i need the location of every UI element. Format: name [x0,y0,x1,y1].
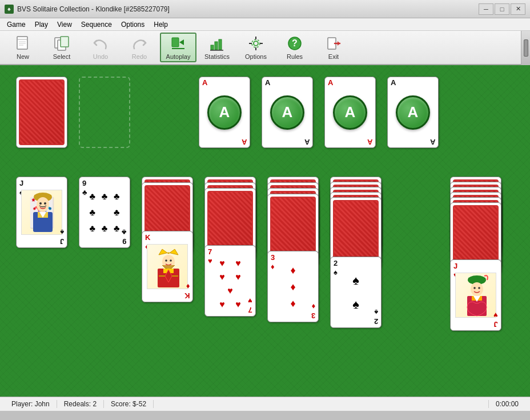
svg-point-28 [37,197,49,212]
autoplay-label: Autoplay [166,53,191,60]
svg-point-44 [471,282,483,296]
toolbar-undo-button[interactable]: Undo [82,33,119,62]
stock-pile[interactable] [16,77,67,148]
menu-game[interactable]: Game [2,19,30,30]
options-label: Options [245,53,267,60]
svg-rect-12 [215,42,218,50]
tableau-col3-king[interactable]: K♦ K♦ [142,231,193,302]
statistics-icon [208,35,226,52]
svg-rect-7 [61,37,69,47]
waste-pile[interactable] [79,77,130,148]
title-bar: ♠ BVS Solitaire Collection - Klondike [#… [0,0,530,18]
foundation-4[interactable]: A A A [387,77,439,148]
svg-point-15 [254,41,258,46]
foundation-4-badge: A [396,95,430,130]
tableau-col1-card1[interactable]: J♠ 🃏 J♠ [16,177,67,248]
app-icon: ♠ [5,5,14,14]
tableau-col2-card1[interactable]: 9♣ ♣ ♣ ♣ ♣ ♣ ♣ ♣ ♣ 9♣ [79,177,130,248]
options-icon [247,35,265,52]
svg-point-46 [478,287,480,289]
svg-rect-43 [468,278,485,281]
toolbar-options-button[interactable]: Options [238,33,274,62]
foundation-1[interactable]: A A A [199,77,250,148]
foundation-3[interactable]: A A A [324,77,376,148]
toolbar-rules-button[interactable]: ? Rules [276,33,313,62]
new-icon [14,35,32,52]
autoplay-icon [169,35,187,52]
svg-point-29 [39,202,42,205]
svg-rect-8 [172,38,179,47]
menu-help[interactable]: Help [149,19,172,30]
statistics-label: Statistics [204,53,230,60]
tableau-col4-seven[interactable]: 7♥ ♥ ♥ ♥ ♥ ♥ ♥ ♥ 7♥ [204,245,256,317]
rules-icon: ? [286,35,304,52]
toolbar-select-button[interactable]: Select [43,33,80,62]
exit-label: Exit [328,53,339,60]
menu-play[interactable]: Play [30,19,53,30]
svg-rect-11 [211,45,214,50]
window-controls: ─ □ ✕ [479,3,525,15]
scroll-thumb [524,39,528,57]
svg-marker-34 [159,249,178,255]
exit-icon [324,35,343,52]
status-time: 0:00:00 [488,400,525,408]
foundation-3-badge: A [333,95,367,130]
foundation-2[interactable]: A A A [262,77,313,148]
undo-icon [91,35,110,52]
svg-point-45 [473,287,476,289]
toolbar-redo-button[interactable]: Redo [121,33,158,62]
status-bar: Player: John Redeals: 2 Score: $-52 0:00… [0,397,530,411]
select-icon [53,35,71,52]
tableau-col6-two[interactable]: 2♠ ♠ ♠ 2♠ [330,257,382,328]
status-redeals: Redeals: 2 [57,400,104,408]
undo-label: Undo [93,53,108,60]
tableau-col5-three[interactable]: 3♦ ♦ ♦ ♦ 3♦ [267,251,319,322]
status-player: Player: John [5,400,57,408]
redo-icon [130,35,148,52]
svg-rect-13 [219,39,222,50]
toolbar-autoplay-button[interactable]: Autoplay [160,33,196,62]
close-button[interactable]: ✕ [511,3,525,15]
svg-point-36 [165,259,167,262]
toolbar-statistics-button[interactable]: Statistics [199,33,235,62]
select-label: Select [53,53,71,60]
menu-sequence[interactable]: Sequence [77,19,117,30]
toolbar-scroll[interactable] [521,31,530,65]
svg-marker-25 [338,41,340,46]
game-area[interactable]: A A A A A A A A A A A A J♠ 🃏 [0,65,530,397]
svg-rect-0 [17,37,27,49]
redo-label: Redo [132,53,147,60]
svg-point-30 [44,202,46,205]
menu-view[interactable]: View [53,19,77,30]
toolbar-new-button[interactable]: New [5,33,41,62]
minimize-button[interactable]: ─ [479,3,493,15]
foundation-1-badge: A [207,95,242,130]
foundation-2-badge: A [270,95,304,130]
toolbar: New Select Undo Redo [0,31,530,65]
new-label: New [17,53,29,60]
svg-point-37 [170,259,172,262]
menu-bar: Game Play View Sequence Options Help [0,18,530,31]
status-score: Score: $-52 [104,400,154,408]
tableau-col7-jack[interactable]: J♥ J♥ [450,259,501,331]
maximize-button[interactable]: □ [495,3,509,15]
menu-options[interactable]: Options [117,19,149,30]
toolbar-exit-button[interactable]: Exit [315,33,352,62]
svg-marker-9 [179,39,184,45]
rules-label: Rules [287,53,303,60]
svg-text:?: ? [292,38,298,48]
title-text: BVS Solitaire Collection - Klondike [#25… [17,5,479,13]
